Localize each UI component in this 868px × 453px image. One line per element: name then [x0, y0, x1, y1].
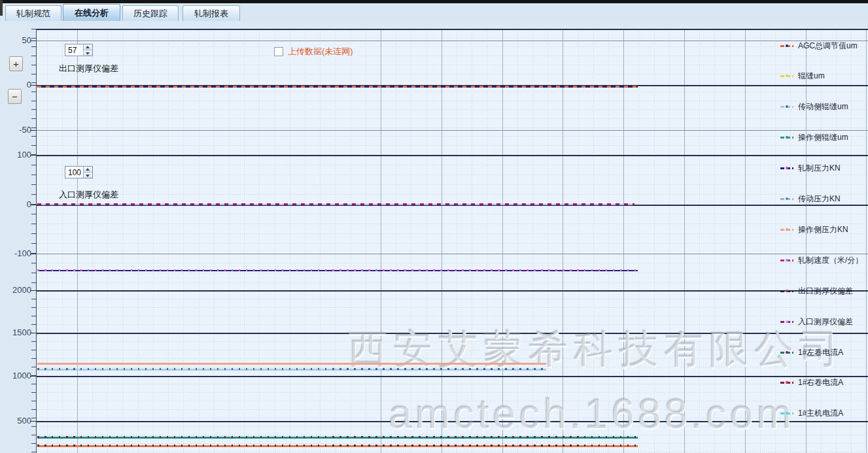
spin-down-icon[interactable] [84, 50, 92, 56]
legend-item[interactable]: 轧制压力KN [780, 164, 841, 173]
axis-tick [31, 224, 36, 224]
upload-data-label: 上传数据(未连网) [288, 46, 353, 58]
v-gridline-minor [229, 29, 230, 453]
h-gridline-minor [36, 92, 868, 92]
legend-label: AGC总调节值um [798, 41, 858, 52]
h-gridline-minor [36, 418, 868, 418]
axis-tick-label: 0 [1, 80, 31, 90]
h-gridline-minor [36, 243, 868, 244]
axis-tick [31, 214, 36, 214]
axis-tick [31, 101, 36, 101]
plot-top-border [36, 29, 868, 30]
v-gridline-minor [699, 29, 700, 453]
v-gridline-minor [532, 29, 533, 453]
v-gridline-minor [851, 29, 852, 453]
legend-dot-icon [786, 105, 788, 108]
exit-gauge-scale-value[interactable]: 57 [65, 44, 83, 56]
v-gridline-minor [457, 29, 457, 453]
legend-item[interactable]: 操作侧辊缝um [780, 133, 848, 143]
legend-item[interactable]: AGC总调节值um [780, 41, 858, 50]
axis-tick [31, 299, 36, 299]
h-gridline-minor [36, 109, 868, 110]
h-gridline-minor [36, 233, 868, 234]
v-gridline-minor [183, 29, 184, 453]
axis-tick [31, 194, 36, 195]
v-gridline-minor [411, 29, 411, 453]
v-gridline-minor [259, 29, 260, 453]
legend-dot-icon [786, 381, 788, 384]
legend-item[interactable]: 入口测厚仪偏差 [780, 317, 853, 326]
h-gridline-minor [36, 409, 868, 410]
legend-dot-icon [786, 259, 788, 261]
v-gridline-minor [47, 29, 48, 453]
axis-tick [31, 233, 36, 234]
h-gridline-minor [36, 214, 868, 214]
h-gridline-minor [36, 282, 868, 283]
zoom-in-button[interactable]: + [9, 56, 23, 71]
legend-item[interactable]: 操作侧压力KN [780, 225, 848, 234]
legend-dot-icon [786, 320, 788, 323]
v-gridline-minor [578, 29, 579, 453]
v-gridline-major [442, 29, 442, 453]
h-gridline-minor [36, 401, 868, 401]
spin-up-icon[interactable] [84, 167, 92, 173]
zoom-out-button[interactable]: − [8, 89, 22, 104]
tab-rolling-spec[interactable]: 轧制规范 [5, 5, 61, 21]
axis-tick [31, 341, 36, 342]
legend-label: 出口测厚仪偏差 [798, 286, 853, 297]
v-gridline-minor [426, 29, 427, 453]
v-gridline-minor [472, 29, 472, 453]
legend-item[interactable]: 传动压力KN [780, 195, 841, 204]
legend-dot-icon [786, 75, 788, 77]
legend-item[interactable]: 传动侧辊缝um [780, 103, 848, 112]
legend-label: 传动侧辊缝um [798, 101, 848, 112]
series-line-overlay [37, 86, 638, 88]
entry-gauge-scale-spinner[interactable]: 100 [65, 166, 93, 178]
axis-tick [31, 316, 36, 316]
h-gridline-minor [36, 38, 868, 39]
tab-history-tracking[interactable]: 历史跟踪 [122, 5, 179, 21]
axis-tick [31, 273, 36, 273]
legend-item[interactable]: 辊缝um [780, 72, 825, 81]
legend-dot-icon [786, 412, 788, 414]
legend-line-icon [780, 198, 793, 200]
spin-down-icon[interactable] [84, 173, 92, 178]
legend-line-icon [780, 229, 793, 231]
legend-line-icon [780, 290, 793, 292]
tab-online-analysis[interactable]: 在线分析 [63, 4, 120, 21]
legend-label: 轧制压力KN [798, 163, 841, 174]
legend-item[interactable]: 轧制速度（米/分） [780, 256, 863, 265]
axis-tick-label: 100 [1, 150, 31, 159]
y-axis-line [36, 29, 37, 453]
axis-tick [31, 74, 36, 75]
spin-up-icon[interactable] [84, 44, 92, 50]
axis-tick-label: -100 [1, 248, 31, 258]
legend-label: 轧制速度（米/分） [798, 255, 863, 266]
h-gridline-minor [36, 299, 868, 299]
h-gridline-minor [36, 65, 868, 65]
upload-data-checkbox[interactable] [274, 47, 283, 56]
legend-item[interactable]: 1#主机电流A [780, 409, 843, 418]
v-gridline-minor [669, 29, 670, 453]
series-line [37, 363, 546, 365]
axis-tick [31, 118, 36, 119]
legend-label: 操作侧辊缝um [798, 132, 848, 143]
legend-item[interactable]: 出口测厚仪偏差 [780, 286, 853, 295]
v-gridline-major [563, 29, 563, 453]
series-line-overlay [37, 445, 638, 446]
entry-gauge-scale-value[interactable]: 100 [65, 167, 83, 178]
v-gridline-minor [608, 29, 609, 453]
h-gridline-major [36, 254, 868, 254]
v-gridline-major [806, 29, 807, 453]
legend-item[interactable]: 1#左卷电流A [780, 348, 843, 357]
tab-rolling-report[interactable]: 轧制报表 [182, 5, 240, 21]
legend-item[interactable]: 1#右卷电流A [780, 378, 843, 388]
exit-gauge-scale-spinner[interactable]: 57 [65, 44, 93, 56]
v-gridline-minor [275, 29, 275, 453]
h-gridline-minor [36, 350, 868, 350]
axis-tick [31, 384, 36, 384]
h-gridline-minor [36, 224, 868, 224]
series-line-overlay [37, 203, 634, 205]
legend-line-icon [780, 352, 793, 354]
legend-line-icon [780, 106, 793, 108]
